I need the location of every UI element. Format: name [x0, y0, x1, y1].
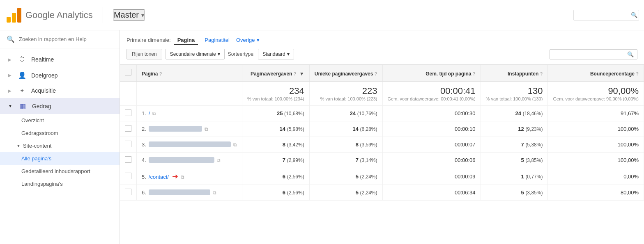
col-bounce: Bouncepercentage ?: [548, 65, 644, 81]
row-checkbox[interactable]: [125, 125, 131, 132]
sidebar-item-alle-paginas[interactable]: Alle pagina's: [0, 152, 120, 165]
dim-overige-button[interactable]: Overige ▾: [236, 37, 260, 43]
secundaire-dimensie-dropdown[interactable]: Secundaire dimensie ▾: [166, 49, 225, 59]
col-label: Gem. tijd op pagina: [426, 71, 471, 77]
sidebar-item-landingspaginas[interactable]: Landingspagina's: [0, 178, 120, 190]
col-label: Bouncepercentage: [590, 71, 635, 77]
dim-pagina-button[interactable]: Pagina: [174, 35, 198, 45]
upv-pct: (10,76%): [357, 111, 377, 116]
main-content: Primaire dimensie: Pagina Paginatitel Ov…: [120, 30, 644, 244]
rijen-tonen-button[interactable]: Rijen tonen: [126, 49, 162, 59]
sidebar-item-label: Doelgroep: [31, 72, 58, 79]
arrow-indicator-icon: ➜: [172, 172, 178, 181]
pv-value: 6: [283, 173, 285, 180]
arrow-icon: ▼: [16, 144, 21, 148]
gem-value: 00:00:07: [455, 141, 476, 148]
select-all-checkbox[interactable]: [125, 69, 131, 75]
row-checkbox[interactable]: [125, 189, 131, 195]
summary-inst-pct: % van totaal: 100,00% (130): [486, 96, 543, 101]
secondary-bar: Rijen tonen Secundaire dimensie ▾ Sortee…: [126, 49, 637, 59]
page-link[interactable]: /contact/: [149, 174, 169, 180]
help-icon[interactable]: ?: [159, 71, 162, 76]
row-checkbox[interactable]: [125, 173, 131, 179]
sidebar-item-gedragsstroom[interactable]: Gedragsstroom: [0, 127, 120, 139]
inst-pct: (5,38%): [525, 142, 543, 148]
col-label: Instappunten: [508, 71, 538, 77]
inst-value: 12: [518, 126, 524, 132]
pv-value: 7: [283, 157, 285, 163]
upv-pct: (3,59%): [360, 142, 377, 148]
doelgroep-icon: 👤: [18, 71, 26, 79]
summary-bounce-sub: Gem. voor dataweergave: 90,00% (0,00%): [553, 96, 639, 101]
expand-icon: ▶: [8, 73, 12, 78]
pv-pct: (2,56%): [287, 190, 304, 196]
search-icon: 🔍: [627, 51, 634, 57]
table-row: 5./contact/➜⧉6 (2,56%)5 (2,24%)00:00:091…: [120, 168, 644, 185]
sidebar-item-gedrag[interactable]: ▼ ▦ Gedrag: [0, 98, 120, 114]
row-number: 1.: [142, 110, 146, 116]
expand-icon: ▼: [8, 104, 12, 108]
dropdown-chevron-icon: ▾: [287, 51, 290, 57]
upv-value: 5: [356, 189, 359, 196]
upv-pct: (6,28%): [360, 126, 377, 132]
summary-upv-pct: % van totaal: 100,00% (223): [315, 96, 377, 101]
summary-pv-pct: % van totaal: 100,00% (234): [247, 96, 304, 101]
bounce-value: 80,00%: [621, 189, 639, 196]
bounce-value: 100,00%: [618, 141, 639, 148]
row-number: 6.: [142, 189, 146, 196]
data-table: Pagina ? Paginaweergaven ? ▼ Unieke pagi…: [120, 65, 644, 201]
help-icon[interactable]: ?: [540, 71, 543, 76]
page-blurred: [149, 126, 202, 132]
page-blurred: [149, 157, 214, 163]
row-checkbox[interactable]: [125, 156, 131, 163]
summary-pv: 234: [247, 86, 304, 96]
bounce-value: 91,67%: [621, 110, 639, 116]
sidebar-item-doelgroep[interactable]: ▶ 👤 Doelgroep: [0, 67, 120, 83]
bounce-value: 100,00%: [618, 157, 639, 163]
copy-icon[interactable]: ⧉: [233, 142, 237, 148]
copy-icon[interactable]: ⧉: [205, 126, 208, 132]
sidebar-item-realtime[interactable]: ▶ ⏱ Realtime: [0, 52, 120, 67]
bounce-value: 0,00%: [623, 173, 639, 180]
sidebar-item-gedetailleerd[interactable]: Gedetailleerd inhoudsrapport: [0, 165, 120, 178]
help-icon[interactable]: ?: [375, 71, 377, 76]
help-icon[interactable]: ?: [473, 71, 476, 76]
page-link[interactable]: /: [149, 110, 150, 116]
app-title: Google Analytics: [25, 10, 93, 21]
gedrag-icon: ▦: [19, 102, 27, 110]
upv-pct: (3,14%): [360, 157, 377, 163]
inst-pct: (0,77%): [525, 174, 543, 180]
upv-pct: (2,24%): [360, 174, 377, 180]
copy-icon[interactable]: ⧉: [213, 190, 216, 196]
sidebar-item-label: Gedetailleerd inhoudsrapport: [21, 168, 90, 174]
standaard-dropdown[interactable]: Standaard ▾: [258, 49, 294, 59]
inst-value: 1: [521, 173, 524, 180]
master-dropdown-button[interactable]: Master ▾: [113, 9, 145, 21]
row-checkbox[interactable]: [125, 141, 131, 147]
inst-pct: (3,85%): [525, 190, 543, 196]
sidebar-item-acquisitie[interactable]: ▶ ✦ Acquisitie: [0, 83, 120, 98]
row-checkbox[interactable]: [125, 109, 131, 116]
sidebar-item-overzicht[interactable]: Overzicht: [0, 114, 120, 127]
upv-value: 5: [356, 173, 359, 180]
sort-desc-icon[interactable]: ▼: [299, 71, 304, 77]
col-unieke: Unieke paginaweergaves ?: [309, 65, 382, 81]
inst-pct: (9,23%): [525, 126, 543, 132]
help-icon[interactable]: ?: [636, 71, 639, 76]
dim-paginatitel-button[interactable]: Paginatitel: [201, 35, 233, 45]
copy-icon[interactable]: ⧉: [152, 111, 156, 116]
copy-icon[interactable]: ⧉: [217, 157, 221, 163]
sidebar-item-site-content[interactable]: ▼ Site-content: [0, 139, 120, 152]
pv-pct: (2,56%): [287, 174, 304, 180]
gem-value: 00:00:09: [455, 173, 476, 180]
col-gem-tijd: Gem. tijd op pagina ?: [382, 65, 481, 81]
sidebar-search-input[interactable]: [19, 36, 113, 42]
copy-icon[interactable]: ⧉: [181, 174, 184, 180]
table-row: 6. ⧉6 (2,56%)5 (2,24%)00:06:345 (3,85%)8…: [120, 185, 644, 201]
page-blurred: [149, 189, 210, 195]
inst-value: 24: [515, 110, 521, 116]
header-search-input[interactable]: [573, 10, 639, 21]
sidebar: 🔍 ▶ ⏱ Realtime ▶ 👤 Doelgroep ▶ ✦ Acquisi: [0, 30, 120, 244]
help-icon[interactable]: ?: [294, 71, 297, 76]
table-search-input[interactable]: [553, 51, 627, 57]
